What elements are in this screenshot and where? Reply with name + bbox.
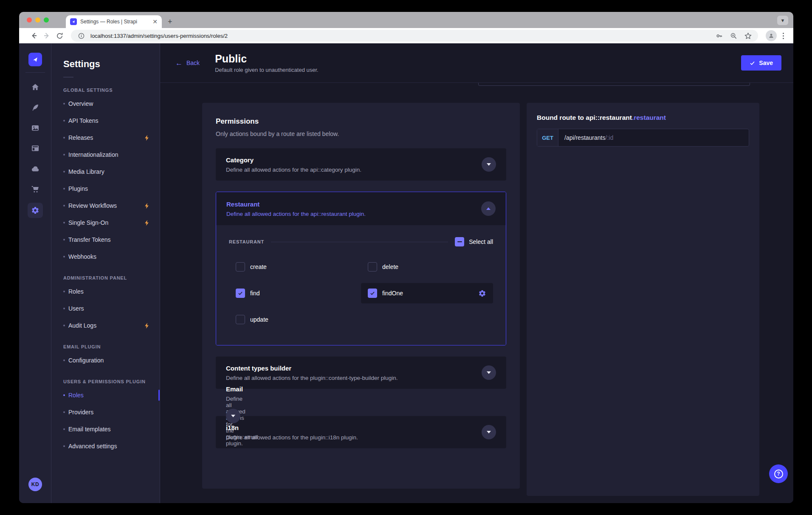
minimize-window-button[interactable] <box>35 17 40 23</box>
close-window-button[interactable] <box>27 17 32 23</box>
back-button[interactable]: ← Back <box>175 59 200 67</box>
marketplace-cart-icon[interactable] <box>26 180 45 198</box>
reload-icon[interactable] <box>53 29 66 42</box>
flash-badge-icon <box>144 220 149 226</box>
settings-sidebar: Settings GLOBAL SETTINGS Overview API To… <box>51 43 160 503</box>
content-type-builder-icon[interactable] <box>26 139 45 158</box>
check-icon <box>750 60 755 66</box>
sidebar-item-plugins[interactable]: Plugins <box>51 180 160 197</box>
tab-list-chevron-icon[interactable]: ▼ <box>777 16 788 25</box>
new-tab-button[interactable]: + <box>168 15 172 28</box>
zoom-window-button[interactable] <box>44 17 49 23</box>
save-button[interactable]: Save <box>741 55 781 71</box>
permissions-subtitle: Only actions bound by a route are listed… <box>216 130 506 137</box>
permission-find[interactable]: find <box>229 283 361 303</box>
accordion-email[interactable]: Email Define all allowed actions for the… <box>216 400 221 405</box>
checkbox-checked-icon[interactable] <box>236 289 245 298</box>
page-subtitle: Default role given to unauthenticated us… <box>215 67 319 73</box>
section-heading-users-permissions: USERS & PERMISSIONS PLUGIN <box>63 379 148 384</box>
sidebar-item-overview[interactable]: Overview <box>51 95 160 112</box>
permission-settings-gear-icon[interactable] <box>478 289 486 297</box>
http-method-badge: GET <box>537 129 558 146</box>
forward-icon[interactable] <box>40 29 53 42</box>
checkbox-unchecked-icon[interactable] <box>236 262 245 272</box>
permission-delete[interactable]: delete <box>361 257 493 277</box>
expand-chevron-down-icon[interactable] <box>482 365 496 380</box>
content-manager-icon[interactable] <box>26 98 45 117</box>
indeterminate-checkbox-icon[interactable] <box>455 237 464 246</box>
profile-icon[interactable] <box>766 30 777 41</box>
checkbox-checked-icon[interactable] <box>368 289 377 298</box>
media-library-icon[interactable] <box>26 119 45 137</box>
accordion-i18n[interactable]: i18n Define all allowed actions for the … <box>216 416 506 448</box>
strapi-logo[interactable] <box>28 53 42 66</box>
flash-badge-icon <box>144 323 149 329</box>
expand-chevron-down-icon[interactable] <box>482 157 496 172</box>
permission-update[interactable]: update <box>229 309 361 330</box>
permissions-title: Permissions <box>216 117 506 126</box>
select-all-checkbox[interactable]: Select all <box>455 237 493 246</box>
sidebar-item-up-roles[interactable]: Roles <box>51 387 160 404</box>
main-area: ← Back Public Default role given to unau… <box>160 43 793 503</box>
page-header: ← Back Public Default role given to unau… <box>160 43 793 83</box>
permission-create[interactable]: create <box>229 257 361 277</box>
section-heading-email-plugin: EMAIL PLUGIN <box>63 344 148 349</box>
browser-tab[interactable]: Settings — Roles | Strapi ✕ <box>66 15 162 28</box>
info-icon[interactable] <box>76 31 86 41</box>
rail-divider <box>25 72 45 73</box>
sidebar-item-admin-users[interactable]: Users <box>51 300 160 317</box>
settings-gear-icon[interactable] <box>28 203 43 218</box>
checkbox-unchecked-icon[interactable] <box>368 262 377 272</box>
back-arrow-icon: ← <box>175 59 183 67</box>
bound-route-panel: Bound route to api::restaurant.restauran… <box>527 103 759 496</box>
home-icon[interactable] <box>26 78 45 96</box>
user-avatar[interactable]: KD <box>28 478 42 491</box>
sidebar-item-single-sign-on[interactable]: Single Sign-On <box>51 214 160 231</box>
accordion-content-types-builder[interactable]: Content types builder Define all allowed… <box>216 357 506 389</box>
sidebar-item-email-templates[interactable]: Email templates <box>51 421 160 438</box>
expand-chevron-down-icon[interactable] <box>226 409 240 423</box>
key-icon[interactable] <box>714 31 724 41</box>
sidebar-item-releases[interactable]: Releases <box>51 129 160 146</box>
group-divider <box>271 242 448 242</box>
tab-close-icon[interactable]: ✕ <box>152 19 158 25</box>
checkbox-unchecked-icon[interactable] <box>236 315 245 324</box>
sidebar-item-internationalization[interactable]: Internationalization <box>51 146 160 163</box>
accordion-restaurant: Restaurant Define all allowed actions fo… <box>216 192 506 345</box>
bound-route-title: Bound route to api::restaurant.restauran… <box>537 114 749 122</box>
star-icon[interactable] <box>743 31 753 41</box>
zoom-in-icon[interactable] <box>728 31 739 41</box>
sidebar-item-audit-logs[interactable]: Audit Logs <box>51 317 160 334</box>
strapi-favicon-icon <box>70 18 77 25</box>
sidebar-item-api-tokens[interactable]: API Tokens <box>51 112 160 129</box>
browser-toolbar: localhost:1337/admin/settings/users-perm… <box>19 28 793 43</box>
back-icon[interactable] <box>28 29 40 42</box>
main-nav-rail: KD <box>19 43 51 503</box>
accordion-category[interactable]: Category Define all allowed actions for … <box>216 148 506 181</box>
permission-findone[interactable]: findOne <box>361 283 493 303</box>
menu-dots-icon[interactable] <box>779 33 787 39</box>
sidebar-item-providers[interactable]: Providers <box>51 404 160 421</box>
accordion-restaurant-header[interactable]: Restaurant Define all allowed actions fo… <box>216 192 506 225</box>
address-bar[interactable]: localhost:1337/admin/settings/users-perm… <box>71 30 758 42</box>
collapse-chevron-up-icon[interactable] <box>481 201 496 216</box>
sidebar-item-media-library[interactable]: Media Library <box>51 163 160 180</box>
sidebar-item-transfer-tokens[interactable]: Transfer Tokens <box>51 231 160 248</box>
sidebar-item-admin-roles[interactable]: Roles <box>51 283 160 300</box>
expand-chevron-down-icon[interactable] <box>482 425 496 439</box>
sidebar-item-advanced-settings[interactable]: Advanced settings <box>51 438 160 455</box>
sidebar-item-webhooks[interactable]: Webhooks <box>51 248 160 265</box>
flash-badge-icon <box>144 203 149 209</box>
sidebar-item-review-workflows[interactable]: Review Workflows <box>51 197 160 214</box>
route-field[interactable]: GET /api/restaurants/:id <box>537 129 749 147</box>
traffic-lights <box>27 17 49 23</box>
sidebar-item-email-configuration[interactable]: Configuration <box>51 352 160 369</box>
browser-window: Settings — Roles | Strapi ✕ + ▼ localhos… <box>19 12 793 503</box>
deploy-cloud-icon[interactable] <box>26 159 45 178</box>
route-path[interactable]: /api/restaurants/:id <box>558 129 619 146</box>
help-button[interactable]: ? <box>769 464 788 483</box>
scrolled-input-bottom <box>478 83 750 86</box>
section-heading-global: GLOBAL SETTINGS <box>63 88 148 93</box>
url-text[interactable]: localhost:1337/admin/settings/users-perm… <box>90 33 710 39</box>
restaurant-permissions-body: RESTAURANT Select all <box>216 225 506 345</box>
